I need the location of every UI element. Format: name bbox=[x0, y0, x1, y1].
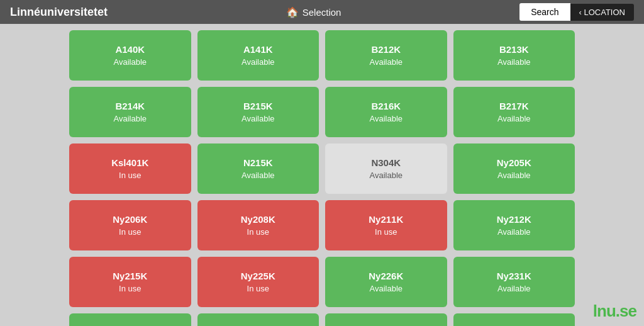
location-button[interactable]: ‹ LOCATION bbox=[570, 4, 634, 21]
room-name: Ny211K bbox=[369, 214, 403, 225]
room-name: B212K bbox=[371, 44, 401, 55]
room-card[interactable]: Ny254KAvailable bbox=[453, 313, 575, 326]
room-status: Available bbox=[369, 171, 402, 180]
room-name: Ny215K bbox=[113, 271, 147, 281]
room-card[interactable]: Ny241KAvailable bbox=[69, 313, 191, 326]
home-icon: 🏠 bbox=[286, 6, 299, 18]
room-name: B217K bbox=[499, 101, 529, 111]
room-card[interactable]: B216KAvailable bbox=[325, 87, 447, 137]
room-status: Available bbox=[497, 114, 531, 123]
room-card[interactable]: Ny205KAvailable bbox=[453, 143, 575, 194]
search-button[interactable]: Search bbox=[519, 3, 570, 21]
room-status: Available bbox=[497, 171, 531, 180]
room-card[interactable]: B217KAvailable bbox=[453, 87, 575, 137]
room-card[interactable]: Ksl401KIn use bbox=[69, 143, 191, 194]
room-card[interactable]: N304KAvailable bbox=[325, 143, 447, 194]
room-name: N304K bbox=[371, 157, 401, 168]
header-center: 🏠 Selection bbox=[286, 6, 341, 18]
room-card[interactable]: Ny253KAvailable bbox=[325, 313, 447, 326]
room-name: A140K bbox=[115, 44, 145, 55]
room-card[interactable]: B215KAvailable bbox=[197, 87, 319, 137]
room-status: In use bbox=[375, 227, 397, 237]
room-status: Available bbox=[369, 57, 402, 67]
room-card[interactable]: N215KAvailable bbox=[197, 143, 319, 194]
room-status: Available bbox=[497, 284, 531, 293]
room-name: B213K bbox=[499, 44, 529, 55]
room-name: Ny226K bbox=[369, 271, 403, 281]
room-name: Ny205K bbox=[497, 157, 531, 168]
room-status: Available bbox=[497, 57, 531, 67]
room-card[interactable]: Ny226KAvailable bbox=[325, 257, 447, 307]
room-status: Available bbox=[369, 284, 402, 293]
room-card[interactable]: Ny231KAvailable bbox=[453, 257, 575, 307]
app-header: Linnéuniversitetet 🏠 Selection Search ‹ … bbox=[0, 0, 644, 24]
room-card[interactable]: A140KAvailable bbox=[69, 30, 191, 81]
room-name: B214K bbox=[115, 101, 145, 111]
room-card[interactable]: Ny225KIn use bbox=[197, 257, 319, 307]
room-status: Available bbox=[113, 57, 147, 67]
selection-label: Selection bbox=[303, 7, 341, 18]
room-name: Ny208K bbox=[241, 214, 275, 225]
room-name: Ksl401K bbox=[111, 157, 148, 168]
room-card[interactable]: Ny211KIn use bbox=[325, 200, 447, 250]
room-status: Available bbox=[113, 114, 147, 123]
room-grid: A140KAvailableA141KAvailableB212KAvailab… bbox=[0, 24, 644, 326]
room-status: In use bbox=[247, 284, 269, 293]
room-name: Ny212K bbox=[497, 214, 531, 225]
room-card[interactable]: B212KAvailable bbox=[325, 30, 447, 81]
room-status: Available bbox=[242, 114, 275, 123]
lnu-logo: lnu.se bbox=[593, 301, 636, 321]
room-name: B215K bbox=[243, 101, 273, 111]
room-card[interactable]: A141KAvailable bbox=[197, 30, 319, 81]
room-card[interactable]: Ny252KAvailable bbox=[197, 313, 319, 326]
room-status: In use bbox=[119, 284, 141, 293]
room-card[interactable]: Ny206KIn use bbox=[69, 200, 191, 250]
room-name: A141K bbox=[243, 44, 273, 55]
room-name: Ny206K bbox=[113, 214, 147, 225]
room-card[interactable]: Ny208KIn use bbox=[197, 200, 319, 250]
room-card[interactable]: B214KAvailable bbox=[69, 87, 191, 137]
header-actions: Search ‹ LOCATION bbox=[519, 3, 634, 21]
room-name: N215K bbox=[243, 157, 273, 168]
room-name: B216K bbox=[371, 101, 401, 111]
app-logo: Linnéuniversitetet bbox=[10, 6, 108, 19]
room-status: In use bbox=[119, 171, 141, 180]
room-card[interactable]: Ny212KAvailable bbox=[453, 200, 575, 250]
room-name: Ny225K bbox=[241, 271, 275, 281]
room-status: Available bbox=[242, 171, 275, 180]
room-status: In use bbox=[119, 227, 141, 237]
room-status: Available bbox=[369, 114, 402, 123]
room-name: Ny231K bbox=[497, 271, 531, 281]
room-status: In use bbox=[247, 227, 269, 237]
room-card[interactable]: B213KAvailable bbox=[453, 30, 575, 81]
room-card[interactable]: Ny215KIn use bbox=[69, 257, 191, 307]
room-status: Available bbox=[242, 57, 275, 67]
room-status: Available bbox=[497, 227, 531, 237]
